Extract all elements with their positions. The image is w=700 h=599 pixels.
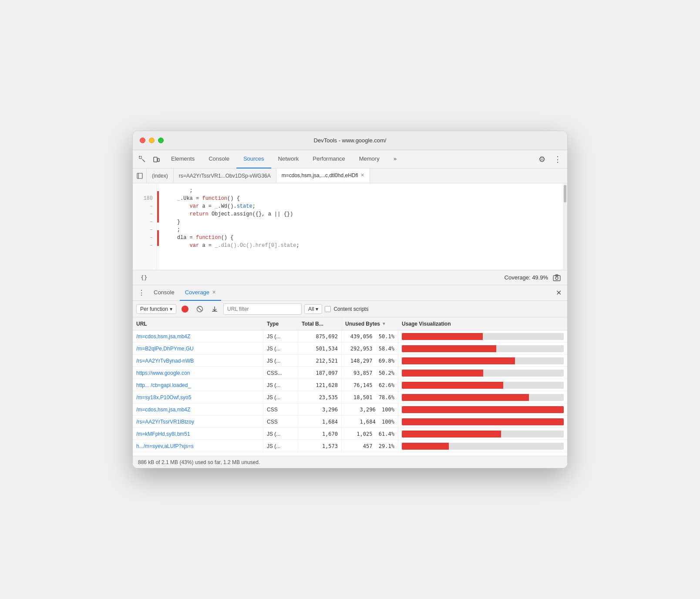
cell-total: 875,692	[298, 330, 342, 342]
cell-type: JS (...	[263, 330, 298, 342]
table-row[interactable]: https://www.google.con CSS... 187,097 93…	[133, 367, 567, 379]
format-button[interactable]: {}	[138, 273, 150, 282]
cell-viz	[398, 367, 567, 379]
content-scripts-label[interactable]: Content scripts	[325, 306, 368, 312]
panel-tabs-bar: ⋮ Console Coverage ✕ ✕	[133, 285, 567, 301]
devtools-toolbar: Elements Console Sources Network Perform…	[133, 150, 567, 168]
col-total[interactable]: Total B...	[298, 317, 342, 330]
cell-unused: 148,297 69.8%	[342, 355, 398, 367]
more-options-icon[interactable]: ⋮	[552, 153, 564, 165]
coverage-tab-close-icon[interactable]: ✕	[212, 289, 216, 295]
devtools-window: DevTools - www.google.com/ Elements Cons…	[132, 131, 568, 468]
tab-performance[interactable]: Performance	[306, 150, 352, 168]
svg-rect-2	[158, 158, 159, 162]
vertical-scrollbar[interactable]	[563, 183, 567, 270]
tab-console[interactable]: Console	[202, 150, 236, 168]
cell-type: JS (...	[263, 440, 298, 452]
sidebar-toggle-button[interactable]	[133, 168, 147, 183]
code-line: }	[165, 218, 558, 226]
cell-type: CSS	[263, 416, 298, 427]
table-row[interactable]: /rs=AA2YrTvBynad-nWB JS (... 212,521 148…	[133, 355, 567, 367]
panel-menu-icon[interactable]: ⋮	[136, 288, 147, 298]
file-tab-m[interactable]: m=cdos,hsm,jsa,...c,dtl0hd,eHDfl ✕	[276, 168, 370, 183]
cell-unused: 18,501 78.6%	[342, 391, 398, 403]
cell-unused: 3,296 100%	[342, 404, 398, 415]
table-row[interactable]: /m=sy18x,P10Owf,syo5 JS (... 23,535 18,5…	[133, 391, 567, 404]
cell-viz	[398, 391, 567, 403]
col-type[interactable]: Type	[263, 317, 298, 330]
code-line: _.Uka = function() {	[165, 195, 558, 202]
tab-memory[interactable]: Memory	[352, 150, 387, 168]
cell-url: /m=B2qlPe,DhPYme,GU	[133, 343, 263, 354]
cell-unused: 93,857 50.2%	[342, 367, 398, 379]
cell-unused: 292,953 58.4%	[342, 343, 398, 354]
filter-dropdown[interactable]: All ▾	[304, 304, 322, 314]
cell-viz	[398, 416, 567, 427]
cell-total: 1,670	[298, 428, 342, 440]
status-bar: 886 kB of 2.1 MB (43%) used so far, 1.2 …	[133, 456, 567, 468]
cell-type: JS (...	[263, 391, 298, 403]
per-function-button[interactable]: Per function ▾	[136, 304, 176, 314]
table-row[interactable]: /rs=AA2YrTssrVR1lBtzoy CSS 1,684 1,684 1…	[133, 416, 567, 428]
cell-viz	[398, 379, 567, 391]
code-content[interactable]: ; _.Uka = function() { var a = _.Wd().st…	[159, 183, 563, 270]
file-tab-close-icon[interactable]: ✕	[360, 172, 364, 178]
cell-total: 187,097	[298, 367, 342, 379]
record-button[interactable]	[179, 303, 191, 315]
cell-total: 501,534	[298, 343, 342, 354]
settings-icon[interactable]: ⚙	[536, 153, 548, 165]
tab-network[interactable]: Network	[271, 150, 306, 168]
svg-rect-1	[154, 157, 157, 162]
cell-type: CSS	[263, 404, 298, 415]
svg-rect-0	[139, 156, 141, 158]
cell-total: 3,296	[298, 404, 342, 415]
inspect-element-button[interactable]	[136, 153, 148, 165]
panel-tab-coverage[interactable]: Coverage ✕	[180, 285, 221, 301]
cell-url: /m=cdos,hsm,jsa,mb4Z	[133, 404, 263, 415]
panel-area: ⋮ Console Coverage ✕ ✕ Per function ▾	[133, 285, 567, 468]
cell-url: /m=cdos,hsm,jsa,mb4Z	[133, 330, 263, 342]
table-row[interactable]: /m=cdos,hsm,jsa,mb4Z JS (... 875,692 439…	[133, 330, 567, 343]
tab-elements[interactable]: Elements	[164, 150, 202, 168]
scrollbar-thumb[interactable]	[564, 185, 566, 202]
tab-sources[interactable]: Sources	[236, 150, 271, 168]
cell-url: /m=kMFpHd,sy8l,bm51	[133, 428, 263, 440]
panel-close-button[interactable]: ✕	[553, 288, 564, 298]
device-toggle-button[interactable]	[150, 153, 162, 165]
col-viz[interactable]: Usage Visualization	[398, 317, 567, 330]
col-unused[interactable]: Unused Bytes ▼	[342, 317, 398, 330]
table-row[interactable]: /m=cdos,hsm,jsa,mb4Z CSS 3,296 3,296 100…	[133, 404, 567, 416]
content-scripts-checkbox[interactable]	[325, 306, 331, 312]
panel-tab-console[interactable]: Console	[148, 285, 180, 301]
cell-type: JS (...	[263, 343, 298, 354]
cell-viz	[398, 404, 567, 415]
screenshot-icon[interactable]	[552, 273, 562, 283]
code-editor: 180 – – – – – – ; _.Uka = function() { v…	[133, 183, 567, 270]
minimize-button[interactable]	[149, 138, 155, 143]
table-row[interactable]: h.../m=syev,aLUfP?xjs=s JS (... 1,573 45…	[133, 440, 567, 452]
table-row[interactable]: http... /cb=gapi.loaded_ JS (... 121,628…	[133, 379, 567, 391]
table-row[interactable]: /m=B2qlPe,DhPYme,GU JS (... 501,534 292,…	[133, 343, 567, 355]
file-tab-index[interactable]: (index)	[147, 168, 174, 183]
cell-unused: 76,145 62.6%	[342, 379, 398, 391]
close-button[interactable]	[140, 138, 145, 143]
table-header: URL Type Total B... Unused Bytes ▼ Usage…	[133, 317, 567, 330]
main-tabs: Elements Console Sources Network Perform…	[164, 150, 404, 168]
cell-unused: 1,025 61.4%	[342, 428, 398, 440]
maximize-button[interactable]	[158, 138, 164, 143]
cell-total: 1,573	[298, 440, 342, 452]
svg-line-9	[198, 307, 202, 311]
table-row[interactable]: /m=kMFpHd,sy8l,bm51 JS (... 1,670 1,025 …	[133, 428, 567, 440]
export-button[interactable]	[209, 303, 221, 315]
col-url[interactable]: URL	[133, 317, 263, 330]
file-tab-rs[interactable]: rs=AA2YrTssrVR1...Obv1DSp-vWG36A	[174, 168, 276, 183]
clear-button[interactable]	[194, 303, 206, 315]
cell-url: h.../m=syev,aLUfP?xjs=s	[133, 440, 263, 452]
tab-more[interactable]: »	[387, 150, 404, 168]
title-bar: DevTools - www.google.com/	[133, 131, 567, 150]
window-title: DevTools - www.google.com/	[314, 137, 387, 144]
filter-chevron-icon: ▾	[316, 306, 318, 312]
cell-type: JS (...	[263, 428, 298, 440]
cell-total: 212,521	[298, 355, 342, 367]
url-filter-input[interactable]	[223, 303, 302, 315]
